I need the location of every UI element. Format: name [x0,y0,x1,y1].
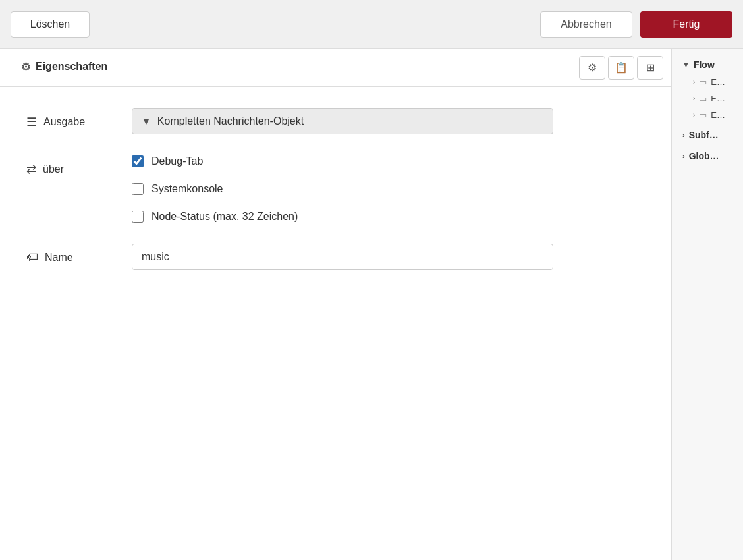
node-status-checkbox-item[interactable]: Node-Status (max. 32 Zeichen) [132,211,645,223]
flow-item-1-arrow: › [693,78,695,86]
name-controls [132,244,645,270]
ueber-row: ⇄ über Debug-Tab Systemkonsole Node-Stat… [26,155,645,223]
flow-header[interactable]: ▼ Flow [682,57,732,72]
settings-icon-button[interactable]: ⚙ [579,56,605,80]
main-area: ⚙ Eigenschaften ⚙ 📋 ⊞ ☰ Au [0,49,743,560]
systemkonsole-label: Systemkonsole [151,183,223,195]
subf-collapse-icon: › [682,131,685,139]
doc-icon: 📋 [615,61,628,74]
ausgabe-dropdown-value: Kompletten Nachrichten-Objekt [157,115,304,127]
tab-label: Eigenschaften [36,61,107,72]
debug-tab-checkbox[interactable] [132,155,144,167]
name-label: 🏷 Name [26,244,132,264]
dropdown-arrow-icon: ▼ [142,116,151,126]
node-status-checkbox[interactable] [132,211,144,223]
left-panel: ⚙ Eigenschaften ⚙ 📋 ⊞ ☰ Au [0,49,672,560]
fertig-button[interactable]: Fertig [640,11,732,38]
gear-icon: ⚙ [588,61,597,74]
right-sidebar: ▼ Flow › ▭ E… › ▭ E… › ▭ E… › Subf… [672,49,743,560]
ausgabe-label: ☰ Ausgabe [26,108,132,129]
flow-item-2-label: E… [711,94,725,103]
glob-header[interactable]: › Glob… [682,148,732,164]
glob-label: Glob… [689,151,719,161]
doc-icon-button[interactable]: 📋 [608,56,634,80]
subf-section: › Subf… [682,127,732,143]
ausgabe-dropdown[interactable]: ▼ Kompletten Nachrichten-Objekt [132,108,553,134]
flow-item-3[interactable]: › ▭ E… [682,108,732,122]
flow-item-3-arrow: › [693,111,695,119]
flow-item-2[interactable]: › ▭ E… [682,92,732,105]
ueber-label: ⇄ über [26,155,132,177]
glob-collapse-icon: › [682,152,685,160]
tab-buttons: ⚙ 📋 ⊞ [579,56,663,80]
ausgabe-controls: ▼ Kompletten Nachrichten-Objekt [132,108,645,134]
debug-tab-checkbox-item[interactable]: Debug-Tab [132,155,645,167]
toolbar-center: Abbrechen Fertig [97,11,732,38]
flow-item-1-icon: ▭ [699,77,707,87]
name-label-text: Name [45,252,73,264]
list-icon: ☰ [26,115,37,129]
ueber-label-text: über [43,163,64,175]
gear-tab-icon: ⚙ [21,61,30,73]
ausgabe-label-text: Ausgabe [43,116,85,128]
flow-item-1-label: E… [711,77,725,87]
toolbar-left: Löschen [11,11,90,38]
node-status-label: Node-Status (max. 32 Zeichen) [151,211,298,223]
debug-tab-label: Debug-Tab [151,155,203,167]
glob-section: › Glob… [682,148,732,164]
subf-label: Subf… [689,130,719,140]
flow-item-1[interactable]: › ▭ E… [682,75,732,89]
flow-label: Flow [694,59,715,70]
name-input[interactable] [132,244,553,270]
toolbar: Löschen Abbrechen Fertig [0,0,743,49]
name-row: 🏷 Name [26,244,645,270]
shuffle-icon: ⇄ [26,162,36,177]
subf-header[interactable]: › Subf… [682,127,732,143]
tag-icon: 🏷 [26,250,38,264]
flow-collapse-icon: ▼ [682,61,690,69]
flow-section: ▼ Flow › ▭ E… › ▭ E… › ▭ E… [682,57,732,122]
loeschen-button[interactable]: Löschen [11,11,90,38]
form-content: ☰ Ausgabe ▼ Kompletten Nachrichten-Objek… [0,87,671,560]
flow-item-3-label: E… [711,110,725,120]
grid-icon: ⊞ [646,61,655,74]
grid-icon-button[interactable]: ⊞ [637,56,663,80]
flow-item-2-arrow: › [693,95,695,102]
tab-bar: ⚙ Eigenschaften ⚙ 📋 ⊞ [0,49,671,87]
systemkonsole-checkbox-item[interactable]: Systemkonsole [132,183,645,195]
tab-eigenschaften[interactable]: ⚙ Eigenschaften [8,53,121,83]
ueber-controls: Debug-Tab Systemkonsole Node-Status (max… [132,155,645,223]
ausgabe-row: ☰ Ausgabe ▼ Kompletten Nachrichten-Objek… [26,108,645,134]
flow-item-3-icon: ▭ [699,110,707,120]
systemkonsole-checkbox[interactable] [132,183,144,195]
flow-item-2-icon: ▭ [699,94,707,103]
abbrechen-button[interactable]: Abbrechen [540,11,632,38]
